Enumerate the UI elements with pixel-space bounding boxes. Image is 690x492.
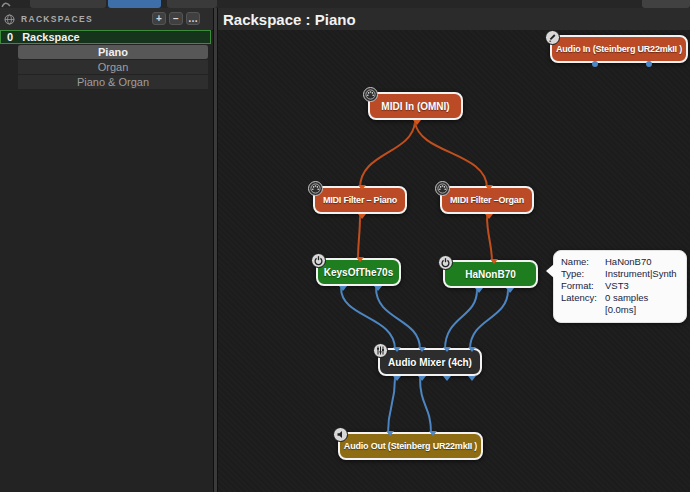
plugin-info-tooltip: Name: HaNonB70 Type: Instrument|Synth Fo…	[553, 250, 687, 323]
top-toolbar-fragment	[0, 0, 690, 8]
tooltip-type-label: Type:	[561, 268, 605, 280]
audio-out-port[interactable]	[646, 61, 652, 67]
sidebar-item-rackspace-group[interactable]: 0 Rackspace	[0, 30, 211, 44]
add-rackspace-button[interactable]: +	[152, 12, 166, 25]
midi-out-port[interactable]	[485, 214, 493, 219]
globe-icon	[4, 14, 15, 25]
midi-out-port[interactable]	[413, 120, 421, 125]
power-plug-icon	[438, 255, 453, 270]
audio-out-port[interactable]	[468, 376, 476, 381]
midi-in-port[interactable]	[356, 257, 364, 262]
toolbar-button-fragment-active[interactable]	[108, 0, 161, 8]
tooltip-name-value: HaNonB70	[605, 256, 679, 268]
audio-out-port[interactable]	[374, 286, 382, 291]
audio-in-port[interactable]	[468, 347, 476, 352]
sidebar-item-label: Piano & Organ	[77, 76, 149, 88]
node-label: MIDI In (OMNI)	[381, 101, 449, 112]
power-plug-icon	[311, 253, 326, 268]
toolbar-button-fragment[interactable]	[642, 0, 690, 8]
tooltip-type-value: Instrument|Synth	[605, 268, 679, 280]
toolbar-button-fragment[interactable]	[30, 0, 106, 8]
audio-in-port[interactable]	[443, 347, 451, 352]
sidebar-item-piano[interactable]: Piano	[18, 45, 208, 59]
audio-out-port[interactable]	[592, 61, 598, 67]
audio-out-port[interactable]	[393, 376, 401, 381]
audio-out-port[interactable]	[475, 288, 483, 293]
tooltip-latency-value: 0 samples [0.0ms]	[605, 292, 679, 316]
gig-performer-window: RACKSPACES + − … 0 Rackspace Piano Organ…	[0, 0, 690, 492]
node-label: MIDI Filter –Organ	[450, 195, 524, 205]
rackspaces-panel-header: RACKSPACES + − …	[0, 8, 213, 31]
mixer-icon	[373, 343, 388, 358]
speaker-icon	[333, 427, 348, 442]
tooltip-format-value: VST3	[605, 280, 679, 292]
midi-din-icon	[308, 181, 323, 196]
node-label: KeysOfThe70s	[324, 267, 393, 278]
more-options-button[interactable]: …	[186, 12, 200, 25]
midi-din-icon	[363, 87, 378, 102]
rackspace-title-bar: Rackspace : Piano	[218, 8, 690, 30]
midi-in-port[interactable]	[490, 259, 498, 264]
node-label: Audio In (Steinberg UR22mkII )	[556, 44, 682, 54]
toolbar-button-fragment[interactable]	[167, 0, 217, 8]
node-label: MIDI Filter – Piano	[323, 195, 397, 205]
rackspaces-panel: RACKSPACES + − … 0 Rackspace Piano Organ…	[0, 8, 213, 492]
sidebar-item-piano-and-organ[interactable]: Piano & Organ	[18, 75, 208, 89]
audio-in-port[interactable]	[418, 347, 426, 352]
rackspace-index: 0	[7, 31, 13, 43]
node-label: Audio Mixer (4ch)	[388, 357, 472, 368]
sidebar-item-label: Rackspace	[22, 31, 80, 43]
node-audio-out[interactable]: Audio Out (Steinberg UR22mkII )	[338, 432, 483, 460]
sidebar-item-label: Piano	[98, 46, 128, 58]
tooltip-arrow	[546, 264, 554, 278]
panel-title: RACKSPACES	[21, 14, 93, 24]
audio-in-port[interactable]	[429, 431, 437, 436]
sidebar-item-organ[interactable]: Organ	[18, 60, 208, 74]
sidebar-item-label: Organ	[98, 61, 129, 73]
node-midi-in[interactable]: MIDI In (OMNI)	[368, 92, 463, 120]
audio-out-port[interactable]	[339, 286, 347, 291]
node-audio-in[interactable]: Audio In (Steinberg UR22mkII )	[550, 35, 688, 63]
page-title: Rackspace : Piano	[223, 11, 356, 28]
tooltip-latency-label: Latency:	[561, 292, 605, 316]
node-label: HaNonB70	[465, 269, 516, 280]
audio-out-port[interactable]	[418, 376, 426, 381]
node-midi-filter-organ[interactable]: MIDI Filter –Organ	[440, 186, 534, 214]
audio-in-port[interactable]	[386, 431, 394, 436]
node-label: Audio Out (Steinberg UR22mkII )	[344, 441, 477, 451]
audio-out-port[interactable]	[443, 376, 451, 381]
tooltip-name-label: Name:	[561, 256, 605, 268]
midi-in-port[interactable]	[485, 185, 493, 190]
audio-out-port[interactable]	[506, 288, 514, 293]
tooltip-format-label: Format:	[561, 280, 605, 292]
midi-in-port[interactable]	[358, 185, 366, 190]
audio-in-port[interactable]	[393, 347, 401, 352]
midi-out-port[interactable]	[358, 214, 366, 219]
node-midi-filter-piano[interactable]: MIDI Filter – Piano	[313, 186, 407, 214]
pencil-icon	[545, 30, 560, 45]
node-audio-mixer[interactable]: Audio Mixer (4ch)	[378, 348, 482, 376]
remove-rackspace-button[interactable]: −	[169, 12, 183, 25]
node-keysofthe70s[interactable]: KeysOfThe70s	[316, 258, 401, 286]
midi-din-icon	[435, 181, 450, 196]
toolbar-icon-fragment	[1, 0, 11, 8]
node-hanonb70[interactable]: HaNonB70	[443, 260, 538, 288]
